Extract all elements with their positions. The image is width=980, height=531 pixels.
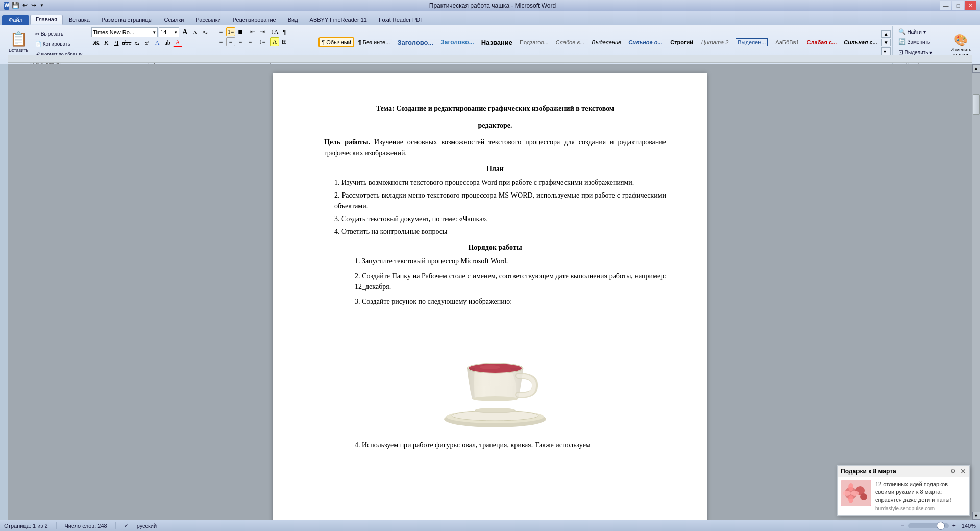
style-intense-quote[interactable]: Выделен... <box>732 36 771 49</box>
shading-button[interactable]: A <box>270 37 279 46</box>
qat-save[interactable]: 💾 <box>11 1 20 10</box>
document-page: Тема: Создание и редактирование графичес… <box>273 73 707 520</box>
style-subtle-ref[interactable]: АаБбВв1 <box>772 37 802 47</box>
plan-item-1: 1. Изучить возможности текстового процес… <box>324 177 666 188</box>
style-book-title[interactable]: Сильная с... <box>841 37 880 47</box>
show-marks-button[interactable]: ¶ <box>280 27 289 36</box>
procedure-item-4: 4. Используем при работе фигуры: овал, т… <box>324 440 666 450</box>
scroll-up-button[interactable]: ▲ <box>972 64 981 73</box>
style-strong[interactable]: Строгий <box>667 37 697 47</box>
underline-button[interactable]: Ч <box>112 38 121 47</box>
style-quote[interactable]: Цитата 2 <box>698 37 732 47</box>
align-left-button[interactable]: ≡ <box>216 37 226 46</box>
tab-references[interactable]: Ссылки <box>159 15 190 25</box>
status-bar: Страница: 1 из 2 Число слов: 248 ✓ русск… <box>0 520 980 531</box>
doc-title-line1: Тема: Создание и редактирование графичес… <box>324 103 666 114</box>
style-subtle-emph[interactable]: Слабое в... <box>553 37 588 47</box>
purpose-bold: Цель работы. <box>324 138 370 146</box>
style-emphasis[interactable]: Выделение <box>589 37 624 47</box>
style-heading1[interactable]: Заголово... <box>394 37 436 49</box>
paste-label: Вставить <box>9 47 28 53</box>
maximize-button[interactable]: □ <box>952 1 964 10</box>
svg-point-10 <box>476 408 514 412</box>
style-normal[interactable]: ¶ Обычный <box>318 37 354 47</box>
tab-abbyy[interactable]: ABBYY FineReader 11 <box>304 15 373 25</box>
increase-font-button[interactable]: A <box>180 28 189 37</box>
align-justify-button[interactable]: ≡ <box>246 37 255 46</box>
title-bar: W 💾 ↩ ↪ ▼ Практическая работа чашка - Mi… <box>0 0 980 11</box>
align-center-button[interactable]: ≡ <box>226 37 235 46</box>
numbering-button[interactable]: 1≡ <box>226 27 235 36</box>
svg-point-7 <box>480 365 500 369</box>
styles-scroll-up[interactable]: ▲ <box>881 30 891 38</box>
align-right-button[interactable]: ≡ <box>236 37 245 46</box>
style-title[interactable]: Название <box>478 37 516 49</box>
zoom-in-button[interactable]: + <box>951 522 958 529</box>
right-scrollbar: ▲ ▼ <box>972 64 980 520</box>
notification-popup: Подарки к 8 марта ⚙ ✕ 12 отличных идей п… <box>837 465 970 516</box>
font-name-combo[interactable]: Times New Ro... ▼ <box>91 27 158 37</box>
tab-foxit[interactable]: Foxit Reader PDF <box>373 15 429 25</box>
tab-review[interactable]: Рецензирование <box>227 15 282 25</box>
borders-button[interactable]: ⊞ <box>280 37 289 46</box>
italic-button[interactable]: К <box>102 38 111 47</box>
bold-button[interactable]: Ж <box>91 38 101 47</box>
tab-file[interactable]: Файл <box>2 15 29 25</box>
tab-insert[interactable]: Вставка <box>63 15 95 25</box>
style-intense-emph[interactable]: Сильное о... <box>625 37 665 47</box>
decrease-indent-button[interactable]: ⇤ <box>248 27 257 36</box>
replace-button[interactable]: 🔄 Заменить <box>896 37 933 46</box>
notification-settings-button[interactable]: ⚙ <box>950 468 956 475</box>
style-intense-ref[interactable]: Слабая с... <box>803 37 840 47</box>
change-case-button[interactable]: Aa <box>201 28 210 37</box>
zoom-area: − + 140% <box>899 522 976 529</box>
style-heading2[interactable]: Заголово... <box>437 37 477 48</box>
notification-title: Подарки к 8 марта <box>841 468 948 475</box>
styles-expand[interactable]: ▾ <box>881 47 891 55</box>
scroll-track[interactable] <box>972 73 981 512</box>
tab-home[interactable]: Главная <box>30 15 63 25</box>
word-logo: W <box>4 2 9 10</box>
decrease-font-button[interactable]: A <box>190 28 200 37</box>
superscript-button[interactable]: x² <box>142 38 152 47</box>
styles-scroll-down[interactable]: ▼ <box>881 39 891 46</box>
minimize-button[interactable]: — <box>940 1 951 10</box>
cut-button[interactable]: ✂ Вырезать <box>33 29 85 38</box>
find-button[interactable]: 🔍 Найти ▾ <box>896 27 928 36</box>
zoom-out-button[interactable]: − <box>899 522 906 529</box>
increase-indent-button[interactable]: ⇥ <box>258 27 267 36</box>
style-subtitle[interactable]: Подзагол... <box>517 37 552 47</box>
line-spacing-button[interactable]: ↕≡ <box>258 37 267 46</box>
tab-view[interactable]: Вид <box>282 15 304 25</box>
font-size-combo[interactable]: 14 ▼ <box>159 27 179 37</box>
top-ruler <box>8 55 972 63</box>
notification-image <box>841 480 871 506</box>
notification-close-button[interactable]: ✕ <box>960 467 966 475</box>
svg-point-16 <box>848 495 853 503</box>
copy-button[interactable]: 📄 Копировать <box>33 39 85 49</box>
highlight-button[interactable]: ab <box>163 38 172 47</box>
strikethrough-button[interactable]: аbc <box>122 38 131 47</box>
status-sep-2 <box>115 522 116 529</box>
zoom-slider[interactable] <box>908 523 949 528</box>
subscript-button[interactable]: x₂ <box>132 38 141 47</box>
qat-dropdown[interactable]: ▼ <box>39 1 45 10</box>
bullets-button[interactable]: ≡ <box>216 27 226 36</box>
notification-body: 12 отличных идей подарков своими руками … <box>838 477 969 515</box>
close-button[interactable]: ✕ <box>965 1 976 10</box>
tab-mailings[interactable]: Рассылки <box>190 15 226 25</box>
plan-header: План <box>324 163 666 174</box>
spell-check-icon[interactable]: ✓ <box>124 522 129 529</box>
sort-button[interactable]: ↕A <box>270 27 279 36</box>
qat-undo[interactable]: ↩ <box>22 1 28 10</box>
paste-button[interactable]: 📋 Вставить <box>5 27 32 56</box>
text-effects-button[interactable]: A <box>153 38 162 47</box>
svg-point-14 <box>860 493 867 500</box>
style-no-spacing[interactable]: ¶ Без инте... <box>355 37 394 47</box>
multilevel-button[interactable]: ≣ <box>236 27 245 36</box>
doc-scroll[interactable]: Тема: Создание и редактирование графичес… <box>8 64 972 520</box>
font-color-button[interactable]: A <box>173 38 182 47</box>
scroll-down-button[interactable]: ▼ <box>972 512 981 520</box>
tab-layout[interactable]: Разметка страницы <box>96 15 158 25</box>
qat-redo[interactable]: ↪ <box>31 1 37 10</box>
